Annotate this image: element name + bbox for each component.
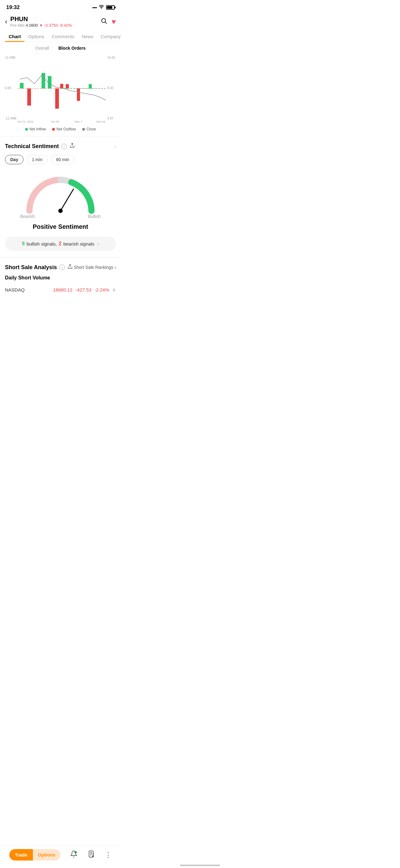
status-icons: ▪▪▪▪	[92, 5, 115, 10]
svg-rect-12	[41, 73, 45, 89]
time-btn-day[interactable]: Day	[5, 155, 24, 164]
signals-chevron: ›	[97, 241, 99, 247]
tab-news[interactable]: News	[78, 31, 97, 41]
signal-icon: ▪▪▪▪	[92, 5, 97, 10]
tab-chart[interactable]: Chart	[5, 31, 25, 41]
premkt-label: Pre-Mkt	[10, 23, 25, 28]
ticker-premkt: Pre-Mkt 4.0800 ▼ -0.3750 -8.42%	[10, 23, 72, 28]
sentiment-result-label: Positive Sentiment	[33, 223, 88, 230]
gauge-bearish-label: Bearish	[20, 214, 35, 219]
svg-rect-18	[89, 84, 92, 89]
premkt-pct: -8.42%	[59, 23, 72, 28]
nasdaq-price: 18680.12	[53, 287, 72, 292]
svg-rect-14	[55, 89, 59, 108]
signals-row[interactable]: 8 bullish signals, 2 bearish signals ›	[5, 237, 116, 251]
short-title-row: Short Sale Analysis i	[5, 264, 73, 271]
short-rankings-link[interactable]: Short Sale Rankings ›	[74, 265, 116, 270]
legend-net-outflow: Net Outflow	[52, 127, 76, 131]
tab-options[interactable]: Options	[25, 31, 48, 41]
subnav-blockorders[interactable]: Block Orders	[58, 45, 86, 51]
svg-rect-16	[66, 84, 69, 89]
short-sale-title: Short Sale Analysis	[5, 264, 57, 271]
nasdaq-pct: -2.24%	[94, 287, 109, 292]
bottom-spacer	[0, 298, 121, 326]
legend-dot-close	[82, 128, 85, 131]
chart-container: 11.44M 0.00 -11.44M 14.62 9.30 3.97	[0, 54, 121, 136]
svg-text:Nov 15: Nov 15	[96, 120, 105, 123]
sentiment-title: Technical Sentiment	[5, 143, 59, 150]
signals-text-2: bearish signals	[63, 241, 94, 247]
bullish-count: 8	[22, 241, 25, 247]
svg-text:Nov 7: Nov 7	[75, 120, 82, 123]
status-bar: 19:32 ▪▪▪▪	[0, 0, 121, 13]
short-info-icon[interactable]: i	[59, 265, 65, 270]
nasdaq-label: NASDAQ	[5, 287, 25, 292]
chart-legend: Net Inflow Net Outflow Close	[5, 124, 116, 136]
svg-point-0	[101, 18, 105, 22]
time-btn-1min[interactable]: 1 min	[27, 155, 48, 164]
legend-label-close: Close	[87, 127, 96, 131]
svg-line-24	[61, 189, 73, 211]
svg-line-1	[105, 22, 107, 24]
svg-rect-11	[27, 89, 31, 105]
tab-comments[interactable]: Comments	[48, 31, 78, 41]
favorite-button[interactable]: ♥	[112, 18, 116, 26]
short-rankings-label: Short Sale Rankings	[74, 265, 113, 270]
nasdaq-change: -427.53	[76, 287, 92, 292]
sentiment-title-row: Technical Sentiment i	[5, 143, 75, 150]
sentiment-header: Technical Sentiment i ›	[5, 143, 116, 150]
search-button[interactable]	[100, 18, 107, 26]
premkt-price: 4.0800	[26, 23, 38, 28]
legend-dot-outflow	[52, 128, 55, 131]
gauge-svg	[20, 170, 101, 217]
svg-rect-13	[48, 76, 52, 89]
svg-point-25	[58, 209, 63, 213]
ticker-info: PHUN Pre-Mkt 4.0800 ▼ -0.3750 -8.42%	[10, 16, 72, 28]
battery-icon	[106, 5, 115, 10]
legend-dot-inflow	[25, 128, 28, 131]
premkt-change: -0.3750	[44, 23, 58, 28]
sentiment-gauge: Bearish Bullish Positive Sentiment	[5, 170, 116, 230]
sentiment-share-icon[interactable]	[69, 143, 75, 150]
short-sale-header: Short Sale Analysis i Short Sale Ranking…	[5, 264, 116, 271]
legend-net-inflow: Net Inflow	[25, 127, 46, 131]
nav-tabs: Chart Options Comments News Company	[0, 31, 121, 42]
short-rankings-chevron: ›	[114, 265, 116, 270]
nasdaq-values: 18680.12 -427.53 -2.24% ∧	[53, 287, 116, 293]
header: ‹ PHUN Pre-Mkt 4.0800 ▼ -0.3750 -8.42% ♥	[0, 13, 121, 31]
nasdaq-row: NASDAQ 18680.12 -427.53 -2.24% ∧	[5, 284, 116, 295]
block-orders-chart: 11.44M 0.00 -11.44M 14.62 9.30 3.97	[5, 54, 116, 123]
svg-text:0.00: 0.00	[5, 86, 11, 90]
svg-text:Oct 30: Oct 30	[51, 120, 59, 123]
short-share-icon[interactable]	[67, 264, 73, 271]
svg-text:-11.44M: -11.44M	[5, 117, 16, 120]
back-button[interactable]: ‹	[5, 18, 7, 25]
time-period-buttons: Day 1 min 60 min	[5, 155, 116, 164]
sub-nav: Overall Block Orders	[0, 42, 121, 54]
svg-rect-17	[77, 89, 80, 101]
subnav-overall[interactable]: Overall	[35, 45, 49, 51]
svg-text:9.30: 9.30	[107, 86, 113, 90]
gauge-labels: Bearish Bullish	[20, 214, 101, 219]
bearish-count: 2	[59, 241, 61, 247]
signals-text-1: bullish signals,	[27, 241, 57, 247]
sentiment-chevron[interactable]: ›	[114, 143, 116, 150]
header-right: ♥	[100, 18, 116, 26]
svg-text:3.97: 3.97	[107, 117, 113, 120]
legend-label-inflow: Net Inflow	[29, 127, 46, 131]
svg-rect-10	[20, 83, 24, 89]
ticker-symbol: PHUN	[10, 16, 72, 23]
time-btn-60min[interactable]: 60 min	[51, 155, 74, 164]
legend-close: Close	[82, 127, 96, 131]
tab-company[interactable]: Company	[97, 31, 121, 41]
daily-vol-title: Daily Short Volume	[5, 275, 116, 281]
sentiment-info-icon[interactable]: i	[61, 144, 67, 149]
status-time: 19:32	[6, 4, 20, 10]
gauge-bullish-label: Bullish	[88, 214, 101, 219]
technical-sentiment-section: Technical Sentiment i › Day 1 min 60 min	[0, 136, 121, 257]
premkt-arrow: ▼	[39, 23, 43, 28]
nasdaq-collapse-icon[interactable]: ∧	[112, 287, 116, 293]
svg-text:14.62: 14.62	[107, 56, 115, 59]
wifi-icon	[99, 5, 104, 10]
short-sale-section: Short Sale Analysis i Short Sale Ranking…	[0, 257, 121, 298]
